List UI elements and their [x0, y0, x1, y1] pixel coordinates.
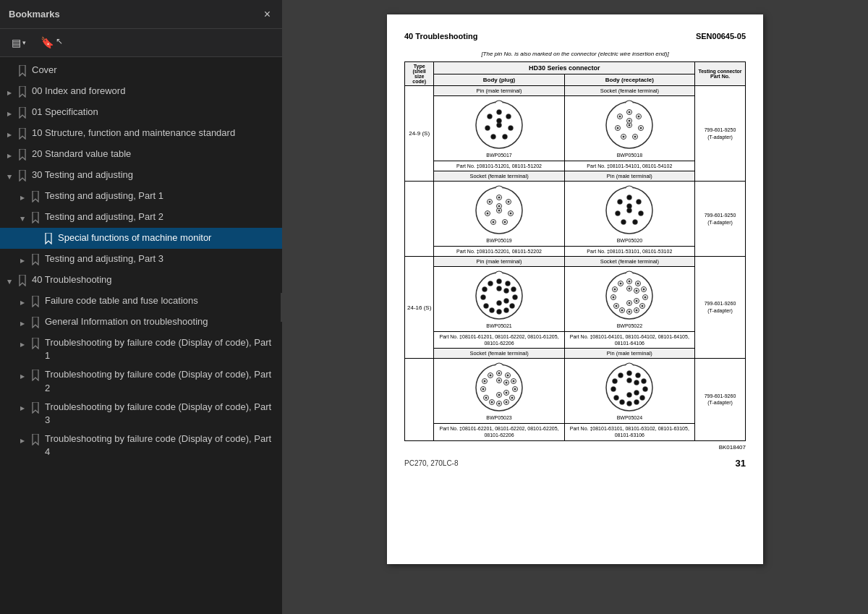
cell-type-spacer	[405, 182, 434, 257]
bookmark-label-40-bycode4: Troubleshooting by failure code (Display…	[42, 431, 276, 459]
chevron-down-icon: ▾	[22, 39, 26, 46]
expand-button-30-testing[interactable]: ▶	[3, 169, 16, 184]
bookmark-icon-40-bycode3	[29, 401, 42, 415]
svg-point-99	[620, 283, 622, 285]
collapse-panel-handle[interactable]: ◀	[281, 293, 282, 322]
bookmark-item-40-trouble[interactable]: ▶40 Troubleshooting	[0, 270, 282, 291]
svg-point-6	[485, 126, 490, 131]
bookmark-item-40-bycode1[interactable]: ▶Troubleshooting by failure code (Displa…	[0, 333, 282, 364]
svg-point-26	[629, 124, 631, 127]
page-header-section: 40 Troubleshooting	[404, 32, 477, 40]
expand-button-10-structure[interactable]: ▶	[3, 127, 16, 142]
svg-point-24	[619, 116, 621, 118]
add-bookmark-button[interactable]: 🔖 ↖	[36, 33, 67, 52]
expand-button-40-bycode1[interactable]: ▶	[16, 337, 29, 351]
cell-part-right2: Part No. ‡08101-63101, 08101-63102, 0810…	[564, 424, 694, 440]
table-row: 24-16 (S)Pin (male terminal)Socket (fema…	[405, 257, 746, 267]
cell-socket-label-right: Socket (female terminal)	[564, 86, 694, 96]
svg-point-28	[629, 120, 631, 122]
bookmark-icon-40-bycode4	[29, 432, 42, 447]
expand-button-20-standard[interactable]: ▶	[3, 148, 16, 163]
bookmark-item-40-bycode2[interactable]: ▶Troubleshooting by failure code (Displa…	[0, 364, 282, 396]
svg-point-45	[498, 210, 501, 212]
expand-button-30-part2[interactable]: ▶	[16, 211, 29, 226]
svg-point-74	[497, 301, 502, 306]
bookmark-item-01-spec[interactable]: ▶01 Specification	[0, 102, 282, 123]
bookmark-item-40-bycode3[interactable]: ▶Troubleshooting by failure code (Displa…	[0, 397, 282, 429]
svg-point-146	[640, 396, 645, 401]
close-button[interactable]: ×	[261, 7, 273, 22]
expand-button-30-part3[interactable]: ▶	[16, 253, 29, 268]
svg-point-103	[636, 290, 638, 292]
svg-point-73	[504, 299, 509, 304]
bookmark-item-30-special[interactable]: Special functions of machine monitor	[0, 228, 282, 249]
expand-button-40-bycode4[interactable]: ▶	[16, 433, 29, 448]
bookmark-label-01-spec: 01 Specification	[29, 104, 276, 119]
cell-side-note: 799-601-9260(T-adapter)	[695, 257, 746, 359]
svg-point-97	[614, 289, 616, 291]
table-row: BWP05023 BWP05024799-601-9260(T-adapter)	[405, 359, 746, 424]
bk-number: BK018407	[404, 444, 746, 451]
bookmark-item-10-structure[interactable]: ▶10 Structure, function and maintenance …	[0, 123, 282, 144]
page-header: 40 Troubleshooting SEN00645-05	[404, 32, 746, 40]
cell-img-right: BWP05018	[564, 96, 694, 161]
cell-part-left: Part No. ‡08101-51201, 08101-51202	[434, 161, 564, 171]
svg-point-81	[643, 289, 645, 291]
expand-button-00-index[interactable]: ▶	[3, 85, 16, 100]
cell-img-right2: BWP05024	[564, 359, 694, 424]
cell-sub-label-left: Socket (female terminal)	[434, 171, 564, 182]
cell-type-spacer	[405, 359, 434, 440]
cell-img-left2: BWP05023	[434, 359, 564, 424]
expand-button-30-part1[interactable]: ▶	[16, 190, 29, 205]
cell-img-left2: BWP05019	[434, 182, 564, 247]
cell-img-right2: BWP05020	[564, 182, 694, 247]
svg-point-49	[627, 195, 632, 200]
svg-point-157	[627, 393, 632, 398]
bookmark-item-cover[interactable]: Cover	[0, 60, 282, 81]
svg-point-71	[497, 286, 502, 291]
svg-point-50	[637, 200, 642, 205]
bookmark-label-40-bycode2: Troubleshooting by failure code (Display…	[42, 367, 276, 394]
expand-button-40-general[interactable]: ▶	[16, 316, 29, 331]
table-row: Part No. ‡08101-51201, 08101-51202Part N…	[405, 161, 746, 171]
svg-point-138	[506, 392, 508, 394]
bookmark-item-40-general[interactable]: ▶General Information on troubleshooting	[0, 312, 282, 333]
svg-point-89	[629, 311, 631, 313]
expand-button-40-failure[interactable]: ▶	[16, 295, 29, 310]
expand-button-40-bycode3[interactable]: ▶	[16, 401, 29, 416]
expand-button-40-trouble[interactable]: ▶	[3, 274, 16, 289]
bookmark-item-30-part1[interactable]: ▶Testing and adjusting, Part 1	[0, 186, 282, 207]
list-view-button[interactable]: ▤ ▾	[7, 34, 30, 51]
bookmark-item-20-standard[interactable]: ▶20 Standard value table	[0, 144, 282, 165]
bookmark-item-40-failure[interactable]: ▶Failure code table and fuse locations	[0, 291, 282, 312]
svg-point-43	[489, 201, 491, 203]
cell-side-note: 799-601-9250(T-adapter)	[695, 86, 746, 182]
bookmark-icon-30-part3	[29, 252, 42, 267]
bookmark-item-30-testing[interactable]: ▶30 Testing and adjusting	[0, 165, 282, 186]
bookmark-label-30-testing: 30 Testing and adjusting	[29, 167, 276, 182]
bookmark-item-30-part2[interactable]: ▶Testing and adjusting, Part 2	[0, 207, 282, 228]
bookmarks-header: Bookmarks ×	[0, 0, 282, 29]
bookmark-icon-40-general	[29, 315, 42, 330]
expand-button-40-bycode2[interactable]: ▶	[16, 369, 29, 383]
bookmark-label-30-part3: Testing and adjusting, Part 3	[42, 251, 276, 265]
bookmark-label-20-standard: 20 Standard value table	[29, 146, 276, 161]
svg-point-3	[509, 126, 514, 131]
expand-button-30-special	[29, 232, 42, 247]
svg-point-31	[498, 197, 501, 199]
svg-point-126	[485, 397, 488, 399]
bookmark-item-00-index[interactable]: ▶00 Index and foreword	[0, 81, 282, 102]
svg-point-7	[488, 114, 493, 119]
table-row: Socket (female terminal)Pin (male termin…	[405, 171, 746, 182]
svg-point-142	[627, 371, 632, 376]
bookmark-item-30-part3[interactable]: ▶Testing and adjusting, Part 3	[0, 249, 282, 270]
svg-point-112	[507, 375, 509, 377]
bookmark-icon-30-special	[42, 231, 55, 246]
svg-point-2	[506, 114, 511, 119]
bookmark-item-40-bycode4[interactable]: ▶Troubleshooting by failure code (Displa…	[0, 429, 282, 461]
toolbar-row: ▤ ▾ 🔖 ↖	[0, 29, 282, 57]
svg-point-55	[618, 200, 623, 205]
svg-point-4	[503, 135, 508, 140]
bookmark-label-30-part2: Testing and adjusting, Part 2	[42, 209, 276, 223]
expand-button-01-spec[interactable]: ▶	[3, 106, 16, 121]
